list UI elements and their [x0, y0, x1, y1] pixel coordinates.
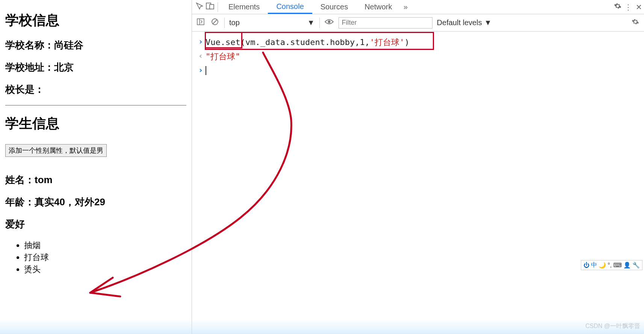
log-levels-label: Default levels	[437, 18, 482, 27]
list-item: 烫头	[24, 264, 186, 275]
devtools-tabs: Elements Console Sources Network » ⋮ ✕	[192, 0, 644, 14]
svg-line-5	[213, 20, 217, 24]
keyboard-icon[interactable]: ⌨	[613, 262, 622, 269]
device-toggle-icon[interactable]	[205, 3, 215, 11]
school-heading: 学校信息	[5, 11, 186, 30]
kebab-menu-icon[interactable]: ⋮	[623, 3, 633, 12]
ime-power-icon[interactable]: ⏻	[584, 262, 590, 269]
prompt-arrow-icon: ›	[196, 65, 206, 75]
svg-rect-2	[197, 19, 204, 25]
eye-icon[interactable]	[324, 18, 334, 27]
console-input-code: Vue.set(vm._data.student.hobby,1,'打台球')	[206, 37, 410, 48]
student-heading: 学生信息	[5, 114, 186, 133]
divider	[5, 105, 186, 105]
tab-sources[interactable]: Sources	[312, 0, 356, 14]
student-name-line: 姓名：tom	[5, 173, 186, 187]
chevron-down-icon: ▼	[307, 18, 315, 27]
chevron-down-icon: ▼	[484, 18, 492, 27]
wrench-icon[interactable]: 🔧	[632, 262, 640, 269]
console-toolbar: top ▼ Default levels ▼	[192, 14, 644, 32]
prompt-arrow-icon: ›	[196, 37, 206, 46]
list-item: 抽烟	[24, 240, 186, 251]
list-item: 打台球	[24, 252, 186, 263]
school-addr-line: 学校地址：北京	[5, 61, 186, 74]
log-levels-selector[interactable]: Default levels ▼	[437, 18, 492, 27]
tab-elements[interactable]: Elements	[220, 0, 268, 14]
divider	[319, 18, 320, 28]
inspect-icon[interactable]	[194, 2, 205, 12]
add-gender-button[interactable]: 添加一个性别属性，默认值是男	[5, 144, 107, 157]
console-return-value: "打台球"	[206, 51, 240, 62]
moon-icon[interactable]: 🌙	[599, 262, 606, 269]
settings-icon[interactable]	[612, 2, 623, 12]
clear-console-icon[interactable]	[210, 18, 220, 27]
more-tabs-icon[interactable]: »	[401, 3, 411, 11]
divider	[218, 2, 218, 12]
hobby-list: 抽烟 打台球 烫头	[24, 240, 186, 275]
principal-line: 校长是：	[5, 83, 186, 96]
hobby-heading: 爱好	[5, 218, 186, 231]
rendered-page: 学校信息 学校名称：尚硅谷 学校地址：北京 校长是： 学生信息 添加一个性别属性…	[0, 0, 192, 334]
ime-lang-indicator[interactable]: 中	[591, 261, 597, 269]
svg-point-6	[328, 21, 330, 23]
return-arrow-icon: ‹	[196, 51, 206, 60]
svg-rect-1	[210, 5, 214, 9]
console-return-line: ‹ "打台球"	[192, 50, 644, 64]
decorative-wave	[0, 319, 644, 334]
console-input-line: › Vue.set(vm._data.student.hobby,1,'打台球'…	[192, 35, 644, 50]
student-age-line: 年龄：真实40，对外29	[5, 196, 186, 209]
ime-status-bar: ⏻ 中 🌙 °, ⌨ 👤 🔧	[581, 260, 642, 270]
close-icon[interactable]: ✕	[633, 3, 644, 12]
context-selector[interactable]: top ▼	[229, 18, 315, 27]
console-body[interactable]: › Vue.set(vm._data.student.hobby,1,'打台球'…	[192, 32, 644, 334]
settings-gear-icon[interactable]	[630, 18, 640, 27]
context-selector-label: top	[229, 18, 240, 27]
text-cursor	[206, 66, 206, 75]
sidebar-toggle-icon[interactable]	[196, 18, 206, 27]
filter-input[interactable]	[339, 17, 432, 29]
divider	[224, 18, 225, 28]
ime-punct-icon[interactable]: °,	[608, 262, 612, 269]
school-name-line: 学校名称：尚硅谷	[5, 39, 186, 52]
tab-network[interactable]: Network	[356, 0, 400, 14]
user-icon[interactable]: 👤	[623, 262, 631, 269]
console-prompt-line[interactable]: ›	[192, 64, 644, 77]
devtools-panel: Elements Console Sources Network » ⋮ ✕ t…	[192, 0, 644, 334]
tab-console[interactable]: Console	[268, 0, 312, 14]
